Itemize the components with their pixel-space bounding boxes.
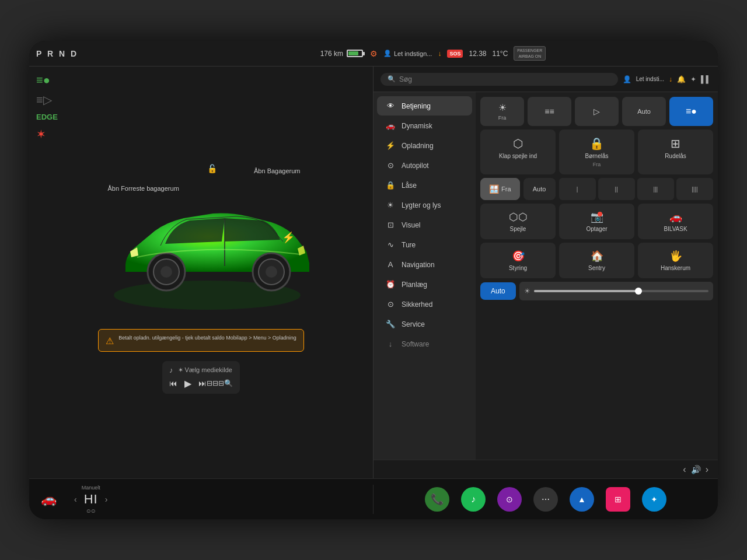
wiper-speed-2[interactable]: || bbox=[598, 178, 635, 200]
vol-left-btn[interactable]: ‹ bbox=[683, 464, 686, 475]
menu-item-lygter[interactable]: ☀ Lygter og lys bbox=[377, 195, 472, 215]
light-fra-btn[interactable]: ☀ Fra bbox=[480, 97, 524, 126]
wiper-auto-btn[interactable]: Auto bbox=[523, 178, 556, 200]
prev-track-btn[interactable]: ⏮ bbox=[169, 379, 177, 388]
spejle-card[interactable]: ⬡⬡ Spejle bbox=[480, 204, 556, 239]
temp-display-top: 11°C bbox=[492, 50, 508, 58]
mirror-title: Klap spejle ind bbox=[499, 153, 537, 159]
temp-value-display: HI bbox=[84, 492, 98, 507]
menu-item-software[interactable]: ↓ Software bbox=[377, 334, 472, 354]
windowlock-card[interactable]: ⊞ Rudelås bbox=[638, 130, 713, 174]
car-bottom-icon[interactable]: 🚗 bbox=[41, 492, 57, 507]
menu-item-opladning[interactable]: ⚡ Opladning bbox=[377, 136, 472, 155]
play-btn[interactable]: ▶ bbox=[184, 378, 191, 389]
bilvask-card[interactable]: 🚗 BILVASK bbox=[638, 204, 713, 239]
navigation-icon: A bbox=[385, 260, 396, 269]
menu-item-betjening[interactable]: 👁 Betjening bbox=[377, 96, 472, 116]
ture-icon: ∿ bbox=[385, 240, 396, 249]
svg-point-4 bbox=[160, 266, 172, 278]
menu-item-dynamisk[interactable]: 🚗 Dynamisk bbox=[377, 116, 472, 135]
wiper-speed-1[interactable]: | bbox=[559, 178, 596, 200]
spotify-btn[interactable]: ♪ bbox=[461, 487, 486, 512]
controls-panel: ☀ Fra ≡≡ ▷ Auto ≡● bbox=[476, 92, 718, 460]
volume-bar: ‹ 🔊 › bbox=[374, 460, 718, 478]
menu-list: 👁 Betjening 🚗 Dynamisk ⚡ Opladning ⊙ Aut… bbox=[374, 92, 476, 460]
search-box[interactable]: 🔍 Søg bbox=[381, 73, 618, 86]
left-panel: ≡● ≡▷ EDGE ✶ Åbn Bagagerum Åbn Forreste … bbox=[29, 66, 374, 478]
service-label: Service bbox=[402, 320, 425, 328]
menu-item-service[interactable]: 🔧 Service bbox=[377, 314, 472, 334]
light-auto-btn[interactable]: Auto bbox=[622, 97, 666, 126]
phone-app-btn[interactable]: 📞 bbox=[425, 487, 449, 512]
spotify-icon: ♪ bbox=[471, 494, 476, 505]
menu-item-autopilot[interactable]: ⊙ Autopilot bbox=[377, 156, 472, 175]
spejle-title: Spejle bbox=[510, 226, 526, 232]
menu-item-laase[interactable]: 🔒 Låse bbox=[377, 176, 472, 195]
service-icon: 🔧 bbox=[385, 320, 396, 328]
glove-icon: 🖐 bbox=[669, 250, 682, 262]
header-download-icon: ↓ bbox=[669, 75, 672, 83]
apps-btn[interactable]: ⋯ bbox=[533, 487, 558, 512]
warning-text: Betalt opladn. utilgængelig - tjek ubeta… bbox=[118, 334, 296, 342]
sentry-title: Sentry bbox=[588, 265, 605, 271]
vol-right-btn[interactable]: › bbox=[706, 464, 708, 475]
menu-item-navigation[interactable]: A Navigation bbox=[377, 255, 472, 274]
bottom-left: 🚗 ‹ Manuelt HI ⊙⊙ › bbox=[29, 485, 374, 514]
top-bar: P R N D 176 km ⚙ 👤 Let indstign... ↓ SOS… bbox=[29, 41, 718, 66]
media-bar: ♪ ✶ Vælg mediekilde ⏮ ▶ ⏭ ⊟⊟⊟ 🔍 bbox=[162, 361, 240, 394]
brightness-slider[interactable]: ☀ bbox=[519, 282, 713, 300]
autopilot-icon: ⊙ bbox=[385, 161, 396, 170]
planlaeg-label: Planlæg bbox=[402, 281, 427, 289]
mid-icon: ▷ bbox=[594, 107, 600, 116]
top-bar-right: ⚙ 👤 Let indstign... ↓ SOS 12.38 11°C PAS… bbox=[363, 46, 711, 61]
steering-card[interactable]: 🎯 Styring bbox=[480, 243, 556, 278]
radio-btn[interactable]: ⊙ bbox=[497, 487, 522, 512]
wiper-speed-4[interactable]: |||| bbox=[676, 178, 713, 200]
search-media-icon[interactable]: 🔍 bbox=[224, 379, 233, 387]
top-bar-left: P R N D 176 km bbox=[36, 49, 363, 58]
light-dim-btn[interactable]: ≡≡ bbox=[528, 97, 571, 126]
childlock-card[interactable]: 🔒 Børnelås Fra bbox=[559, 130, 634, 174]
card-icon: ⊞ bbox=[615, 495, 622, 504]
equalizer-icon[interactable]: ⊟⊟⊟ bbox=[207, 379, 224, 387]
bottom-right-apps: 📞 ♪ ⊙ ⋯ ▲ ⊞ ✦ bbox=[374, 487, 718, 512]
wiper-speed-buttons: | || ||| |||| bbox=[559, 178, 714, 200]
bluetooth-btn[interactable]: ✦ bbox=[642, 487, 666, 512]
childlock-title: Børnelås bbox=[585, 153, 608, 159]
laase-label: Låse bbox=[402, 181, 417, 190]
auto-button[interactable]: Auto bbox=[480, 282, 516, 300]
opladning-icon: ⚡ bbox=[385, 141, 396, 150]
menu-item-visuel[interactable]: ⊡ Visuel bbox=[377, 215, 472, 235]
temp-right-arrow[interactable]: › bbox=[105, 495, 108, 504]
temp-left-arrow[interactable]: ‹ bbox=[74, 495, 77, 504]
card-btn[interactable]: ⊞ bbox=[606, 487, 630, 512]
menu-item-planlaeg[interactable]: ⏰ Planlæg bbox=[377, 275, 472, 294]
bagagerum-label: Åbn Bagagerum bbox=[254, 167, 301, 176]
optager-card[interactable]: 📷 Optager bbox=[559, 204, 634, 239]
glove-card[interactable]: 🖐 Hanskerum bbox=[638, 243, 713, 278]
wiper-speed-3[interactable]: ||| bbox=[637, 178, 674, 200]
header-bell-icon: 🔔 bbox=[677, 75, 686, 83]
windowlock-title: Rudelås bbox=[665, 153, 686, 159]
mirror-card[interactable]: ⬡ Klap spejle ind bbox=[480, 130, 556, 174]
menu-item-ture[interactable]: ∿ Ture bbox=[377, 235, 472, 254]
wiper-fra-btn[interactable]: 🪟 Fra bbox=[480, 178, 520, 200]
next-track-btn[interactable]: ⏭ bbox=[198, 379, 207, 388]
edge-icon: EDGE bbox=[36, 113, 58, 121]
search-placeholder: Søg bbox=[399, 75, 412, 83]
autopilot-label: Autopilot bbox=[402, 162, 429, 170]
laase-icon: 🔒 bbox=[385, 181, 396, 190]
wiper-screen-icon: 🪟 bbox=[489, 184, 499, 194]
menu-item-sikkerhed[interactable]: ⊙ Sikkerhed bbox=[377, 295, 472, 314]
temp-manual-label: Manuelt bbox=[82, 485, 100, 491]
steering-icon: 🎯 bbox=[512, 250, 525, 262]
phone-icon: 📞 bbox=[431, 493, 444, 506]
maps-btn[interactable]: ▲ bbox=[570, 487, 594, 512]
software-icon: ↓ bbox=[385, 340, 396, 348]
sentry-card[interactable]: 🏠 Sentry bbox=[559, 243, 634, 278]
brightness-icon: ☀ bbox=[524, 287, 530, 295]
lygter-icon: ☀ bbox=[385, 201, 396, 209]
user-label: Let indstign... bbox=[394, 50, 432, 57]
light-mid-btn[interactable]: ▷ bbox=[575, 97, 619, 126]
light-active-btn[interactable]: ≡● bbox=[669, 97, 713, 126]
